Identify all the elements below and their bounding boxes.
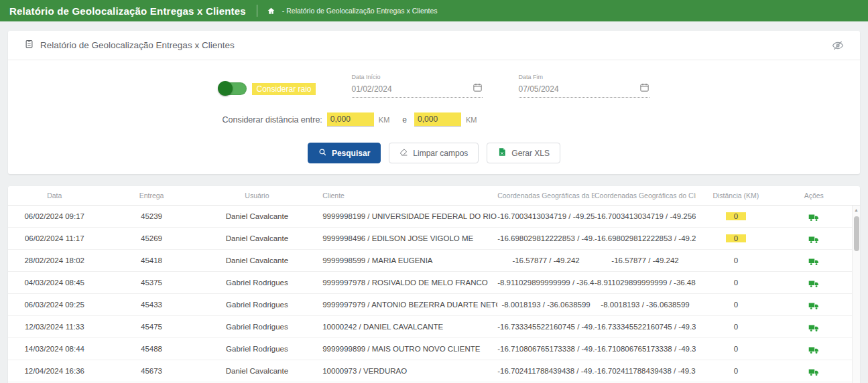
- date-start-label: Data Início: [352, 74, 483, 80]
- table-row: 12/04/2024 16:3645673Daniel Cavalcante10…: [8, 360, 860, 382]
- cell-user: Daniel Cavalcante: [202, 234, 312, 242]
- cell-coords-delivery: -16.702411788439438 / -49.30218: [497, 367, 595, 375]
- generate-xls-label: Gerar XLS: [511, 149, 550, 158]
- date-start-field[interactable]: Data Início 01/02/2024: [352, 74, 483, 98]
- cell-date: 28/02/2024 18:02: [8, 256, 101, 264]
- cell-user: Daniel Cavalcante: [202, 212, 312, 220]
- delivery-truck-icon[interactable]: [808, 234, 820, 246]
- date-start-value[interactable]: 01/02/2024: [352, 84, 392, 94]
- table-scrollbar[interactable]: ▲: [852, 206, 860, 383]
- table-body: 06/02/2024 09:1745239Daniel Cavalcante99…: [8, 206, 860, 383]
- column-header: Coordenadas Geográficas do Cliente: [595, 192, 696, 200]
- delivery-truck-icon[interactable]: [808, 301, 820, 312]
- hide-filters-icon[interactable]: [832, 40, 844, 52]
- cell-delivery: 45475: [101, 323, 202, 331]
- cell-actions: [776, 363, 852, 380]
- topbar: Relatório de Geolocalização Entregas x C…: [0, 0, 868, 21]
- cell-distance: 0: [696, 234, 776, 242]
- cell-distance: 0: [696, 367, 776, 375]
- cell-coords-client: -16.57877 / -49.242: [595, 256, 696, 264]
- date-end-value[interactable]: 07/05/2024: [519, 84, 559, 94]
- cell-coords-delivery: -16.698029812222853 / -49.2549: [497, 234, 595, 242]
- clipboard-icon: [24, 39, 34, 52]
- date-end-label: Data Fim: [519, 74, 649, 80]
- delivery-truck-icon[interactable]: [808, 367, 820, 378]
- table-row: 28/02/2024 18:0245418Daniel Cavalcante99…: [8, 250, 860, 272]
- cell-delivery: 45375: [101, 279, 202, 287]
- consider-radius-toggle[interactable]: Considerar raio: [219, 82, 315, 95]
- cell-actions: [776, 297, 852, 313]
- cell-distance: 0: [696, 212, 776, 220]
- cell-delivery: 45418: [101, 256, 202, 264]
- cell-client: 9999998199 / UNIVERSIDADE FEDERAL DO RIO…: [312, 212, 497, 220]
- clear-fields-button[interactable]: Limpar campos: [389, 143, 479, 163]
- cell-actions: [776, 341, 852, 358]
- generate-xls-button[interactable]: Gerar XLS: [487, 143, 560, 163]
- topbar-divider: [257, 5, 257, 17]
- scroll-up-icon[interactable]: ▲: [853, 206, 860, 212]
- filters-section: Considerar raio Data Início 01/02/2024 D…: [8, 60, 860, 174]
- column-header: Distância (KM): [696, 192, 776, 200]
- delivery-truck-icon[interactable]: [808, 256, 820, 268]
- cell-date: 06/03/2024 09:25: [8, 301, 101, 309]
- cell-coords-client: -16.710806765173338 / -49.317788: [595, 345, 696, 353]
- app-title: Relatório de Geolocalização Entregas x C…: [9, 5, 246, 17]
- distance-min-input[interactable]: [327, 112, 374, 127]
- delivery-truck-icon[interactable]: [808, 279, 820, 290]
- delivery-truck-icon[interactable]: [808, 212, 820, 224]
- cell-distance: 0: [696, 279, 776, 287]
- cell-coords-delivery: -8.0018193 / -36.0638599: [497, 301, 595, 309]
- cell-date: 12/03/2024 11:33: [8, 323, 101, 331]
- cell-user: Daniel Cavalcante: [202, 256, 312, 264]
- toggle-track[interactable]: [219, 82, 247, 95]
- cell-coords-delivery: -16.710806765173338 / -49.31778: [497, 345, 595, 353]
- cell-coords-client: -16.7003413034719 / -49.2562877: [595, 212, 696, 220]
- search-button[interactable]: Pesquisar: [308, 143, 381, 163]
- cell-coords-delivery: -16.57877 / -49.242: [497, 256, 595, 264]
- cell-date: 06/02/2024 09:17: [8, 212, 101, 220]
- delivery-truck-icon[interactable]: [808, 345, 820, 356]
- cell-coords-client: -8.0018193 / -36.0638599: [595, 301, 696, 309]
- cell-user: Gabriel Rodrigues: [202, 323, 312, 331]
- column-header: Entrega: [101, 192, 202, 200]
- distance-conjunction: e: [402, 115, 407, 125]
- cell-coords-client: -16.733345522160745 / -49.343476: [595, 323, 696, 331]
- card-title: Relatório de Geolocalização Entregas x C…: [40, 40, 235, 50]
- cell-client: 10000242 / DANIEL CAVALCANTE: [312, 323, 497, 331]
- cell-delivery: 45239: [101, 212, 202, 220]
- table-row: 06/03/2024 09:2545433Gabriel Rodrigues99…: [8, 294, 860, 316]
- table-row: 14/03/2024 08:4445488Gabriel Rodrigues99…: [8, 338, 860, 360]
- scrollbar-thumb[interactable]: [854, 216, 859, 251]
- results-table: DataEntregaUsuárioClienteCoordenadas Geo…: [8, 186, 860, 383]
- column-header: Usuário: [202, 192, 312, 200]
- cell-coords-client: -8.911029899999999 / -36.4846211: [595, 279, 696, 287]
- cell-coords-client: -16.702411788439438 / -49.302181: [595, 367, 696, 375]
- distance-max-input[interactable]: [414, 112, 461, 127]
- search-button-label: Pesquisar: [332, 149, 370, 158]
- delivery-truck-icon[interactable]: [808, 323, 820, 334]
- cell-user: Gabriel Rodrigues: [202, 301, 312, 309]
- cell-client: 9999999899 / MAIS OUTRO NOVO CLIENTE: [312, 345, 497, 353]
- cell-delivery: 45673: [101, 367, 202, 375]
- cell-distance: 0: [696, 345, 776, 353]
- calendar-icon[interactable]: [473, 82, 483, 95]
- xls-file-icon: [497, 147, 507, 159]
- cell-date: 12/04/2024 16:36: [8, 367, 101, 375]
- cell-delivery: 45269: [101, 234, 202, 242]
- home-icon[interactable]: [267, 7, 275, 15]
- column-header: Cliente: [312, 192, 497, 200]
- cell-client: 10000973 / VERDURAO: [312, 367, 497, 375]
- date-end-field[interactable]: Data Fim 07/05/2024: [519, 74, 649, 98]
- calendar-icon[interactable]: [639, 82, 649, 95]
- table-row: 06/02/2024 09:1745239Daniel Cavalcante99…: [8, 206, 860, 228]
- cell-date: 14/03/2024 08:44: [8, 345, 101, 353]
- search-icon: [318, 148, 327, 159]
- eraser-icon: [399, 148, 408, 159]
- toggle-knob[interactable]: [218, 81, 233, 96]
- cell-client: 9999998496 / EDILSON JOSE VIGOLO ME: [312, 234, 497, 242]
- cell-actions: [776, 252, 852, 269]
- cell-date: 06/02/2024 11:17: [8, 234, 101, 242]
- column-header: Ações: [776, 192, 852, 200]
- cell-client: 9999998599 / MARIA EUGENIA: [312, 256, 497, 264]
- card-title-row: Relatório de Geolocalização Entregas x C…: [8, 31, 860, 60]
